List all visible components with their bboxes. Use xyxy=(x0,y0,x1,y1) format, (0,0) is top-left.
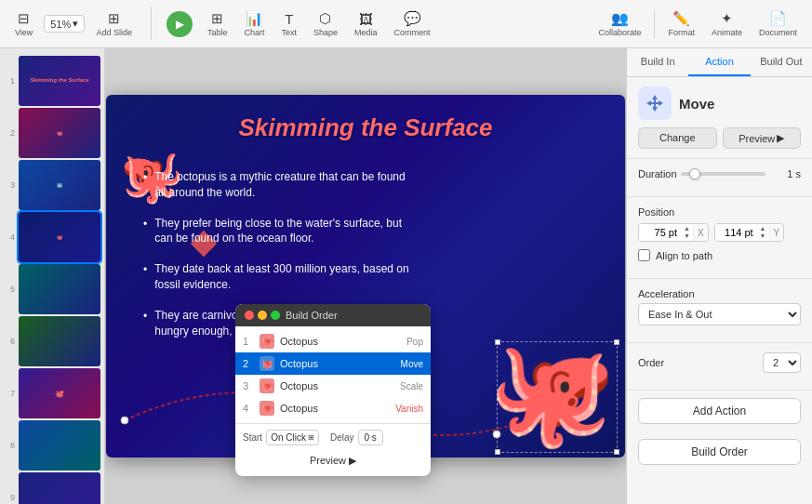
chart-icon: 📊 xyxy=(246,10,263,27)
y-position-field[interactable]: ▲ ▼ Y xyxy=(714,223,785,242)
slide-thumb-1[interactable]: 1 Skimming the Surface xyxy=(0,56,104,106)
selection-handle-br xyxy=(614,449,619,455)
row-action-4: Vanish xyxy=(395,404,423,414)
slide-thumb-2[interactable]: 2 🐙 xyxy=(0,108,104,158)
bullet-dot-1: • xyxy=(143,170,147,186)
build-order-overlay: Build Order 1 🐙 Octopus Pop 2 🐙 Octopus … xyxy=(235,304,431,476)
change-button[interactable]: Change xyxy=(638,127,717,149)
media-button[interactable]: 🖼 Media xyxy=(347,8,385,40)
slide-thumbnail-5[interactable] xyxy=(19,264,100,314)
row-num-1: 1 xyxy=(243,336,254,347)
order-select[interactable]: 2 xyxy=(763,352,801,373)
document-button[interactable]: 📄 Document xyxy=(752,7,805,40)
slide-thumb-4[interactable]: 4 🐙 xyxy=(0,212,104,262)
slide-thumbnail-8[interactable] xyxy=(19,420,100,471)
animation-section: Move Change Preview ▶ xyxy=(627,77,812,159)
slide-thumb-9[interactable]: 9 xyxy=(0,472,104,504)
zoom-chevron-icon: ▾ xyxy=(73,18,78,30)
build-row-4[interactable]: 4 🐙 Octopus Vanish xyxy=(235,397,431,419)
slide-thumb-7[interactable]: 7 🐙 xyxy=(0,368,104,418)
add-slide-button[interactable]: ⊞ Add Slide xyxy=(88,7,140,40)
table-button[interactable]: ⊞ Table xyxy=(200,7,235,40)
slide-thumbnail-9[interactable] xyxy=(19,472,100,504)
slide-thumbnail-3[interactable]: 🗺️ xyxy=(19,160,100,210)
delay-value: 0 s xyxy=(365,432,377,443)
add-action-button[interactable]: Add Action xyxy=(638,398,801,424)
acceleration-select[interactable]: Ease In & Out xyxy=(638,303,801,325)
slide-thumb-6[interactable]: 6 xyxy=(0,316,104,366)
build-row-3[interactable]: 3 🐙 Octopus Scale xyxy=(235,375,431,397)
bullet-2: • They prefer being close to the water's… xyxy=(143,216,411,247)
slide-thumbnail-6[interactable] xyxy=(19,316,100,366)
slide-thumbnail-7[interactable]: 🐙 xyxy=(19,368,100,418)
collaborate-icon: 👥 xyxy=(611,10,629,27)
duration-value: 1 s xyxy=(773,168,801,179)
duration-label: Duration xyxy=(638,168,681,179)
maximize-button[interactable] xyxy=(271,311,280,320)
slide-thumb-8[interactable]: 8 xyxy=(0,420,104,471)
shape-label: Shape xyxy=(313,28,338,37)
preview-label: Preview ▶ xyxy=(310,455,356,467)
bullet-dot-2: • xyxy=(143,217,147,232)
row-num-2: 2 xyxy=(243,358,254,369)
selection-handle-tl xyxy=(495,339,500,345)
x-position-field[interactable]: ▲ ▼ X xyxy=(638,223,709,242)
play-button[interactable]: ▶ xyxy=(166,11,193,37)
add-slide-icon: ⊞ xyxy=(108,10,120,27)
bullet-dot-4: • xyxy=(143,309,147,325)
tab-build-in[interactable]: Build In xyxy=(627,48,688,76)
animate-button[interactable]: ✦ Animate xyxy=(704,7,750,40)
x-position-input[interactable] xyxy=(639,224,681,241)
preview-button[interactable]: Preview ▶ xyxy=(243,451,423,471)
slide-thumbnail-1[interactable]: Skimming the Surface xyxy=(19,56,100,106)
start-select[interactable]: On Click ⊞ xyxy=(266,430,319,445)
comment-label: Comment xyxy=(394,28,431,37)
right-panel: Build In Action Build Out Move Change Pr… xyxy=(626,48,812,504)
collaborate-button[interactable]: 👥 Collaborate xyxy=(591,7,648,40)
duration-slider[interactable] xyxy=(681,172,765,176)
overlay-header: Build Order xyxy=(235,304,431,326)
selection-handle-tr xyxy=(614,339,619,345)
y-down-arrow[interactable]: ▼ xyxy=(757,232,769,240)
start-value: On Click xyxy=(271,432,306,443)
format-button[interactable]: ✏️ Format xyxy=(660,7,702,40)
preview-animation-label: Preview xyxy=(739,133,775,144)
x-down-arrow[interactable]: ▼ xyxy=(681,232,693,240)
tab-build-out[interactable]: Build Out xyxy=(751,48,812,76)
row-action-1: Pop xyxy=(406,337,423,347)
bullet-text-3: They date back at least 300 million year… xyxy=(154,261,411,293)
build-row-2[interactable]: 2 🐙 Octopus Move xyxy=(235,352,431,375)
y-up-arrow[interactable]: ▲ xyxy=(757,225,769,232)
row-icon-2: 🐙 xyxy=(260,356,274,371)
build-row-1[interactable]: 1 🐙 Octopus Pop xyxy=(235,330,431,352)
preview-animation-button[interactable]: Preview ▶ xyxy=(723,127,802,149)
slide-thumbnail-2[interactable]: 🐙 xyxy=(19,108,100,158)
shape-button[interactable]: ⬡ Shape xyxy=(306,7,345,40)
close-button[interactable] xyxy=(245,311,254,320)
slide-title: Skimming the Surface xyxy=(106,113,625,142)
delay-value-field[interactable]: 0 s xyxy=(358,430,383,445)
slide-thumb-3[interactable]: 3 🗺️ xyxy=(0,160,104,210)
chart-button[interactable]: 📊 Chart xyxy=(236,7,272,40)
acceleration-row: Acceleration Ease In & Out xyxy=(638,288,801,325)
duration-row: Duration 1 s xyxy=(638,168,801,179)
align-path-checkbox[interactable] xyxy=(638,249,650,261)
view-button[interactable]: ⊟ View xyxy=(7,7,40,40)
bullet-3: • They date back at least 300 million ye… xyxy=(143,261,411,293)
table-icon: ⊞ xyxy=(211,10,223,27)
row-name-1: Octopus xyxy=(280,336,401,347)
move-icon xyxy=(638,86,672,120)
slider-thumb[interactable] xyxy=(689,168,700,179)
build-order-button[interactable]: Build Order xyxy=(638,439,801,465)
comment-button[interactable]: 💬 Comment xyxy=(387,7,438,40)
text-button[interactable]: T Text xyxy=(273,8,304,40)
tab-action[interactable]: Action xyxy=(688,48,750,76)
slide-thumb-5[interactable]: 5 xyxy=(0,264,104,314)
row-action-2: Move xyxy=(401,359,423,369)
x-up-arrow[interactable]: ▲ xyxy=(681,225,693,232)
shape-icon: ⬡ xyxy=(319,10,331,27)
zoom-control[interactable]: 51% ▾ xyxy=(44,15,85,33)
minimize-button[interactable] xyxy=(258,311,267,320)
y-position-input[interactable] xyxy=(715,224,757,241)
slide-thumbnail-4[interactable]: 🐙 xyxy=(19,212,100,262)
